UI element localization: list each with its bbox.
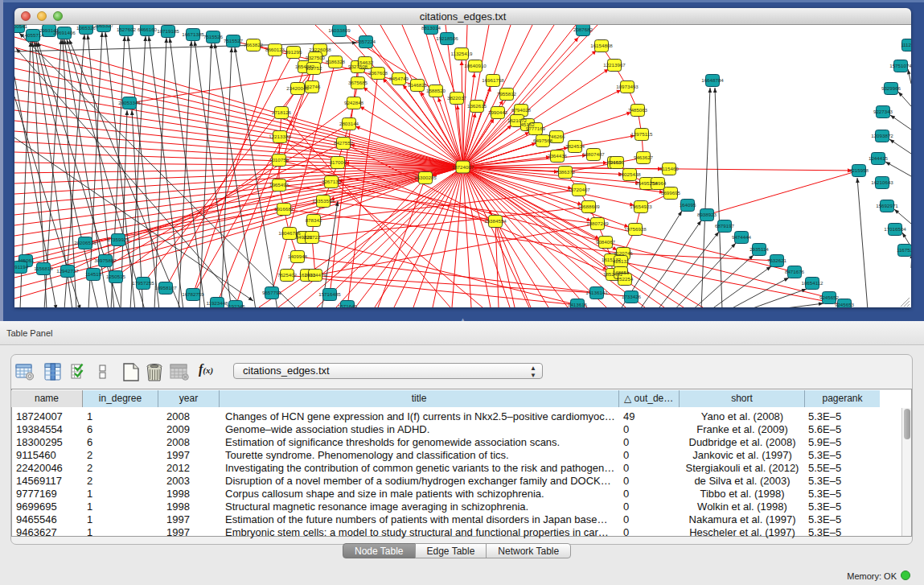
svg-text:1156819: 1156819: [34, 266, 53, 271]
svg-text:2935114: 2935114: [749, 246, 769, 252]
svg-text:878342: 878342: [306, 217, 322, 223]
svg-text:19654923: 19654923: [630, 204, 652, 209]
svg-text:20691406: 20691406: [53, 30, 76, 35]
svg-text:12213383: 12213383: [269, 134, 291, 139]
svg-text:7386372: 7386372: [556, 169, 576, 175]
svg-text:154632: 154632: [357, 60, 374, 65]
svg-text:25300285: 25300285: [414, 175, 437, 180]
svg-text:14136141: 14136141: [585, 290, 608, 295]
svg-text:9245653: 9245653: [835, 302, 855, 307]
svg-text:9329966: 9329966: [881, 85, 901, 91]
svg-text:12093872: 12093872: [871, 133, 893, 138]
svg-text:6497568: 6497568: [533, 138, 553, 143]
svg-text:2718126: 2718126: [272, 109, 292, 115]
svg-text:16648784: 16648784: [701, 77, 724, 83]
svg-text:2087682: 2087682: [573, 27, 593, 32]
svg-text:1965493: 1965493: [269, 182, 290, 187]
svg-text:148651: 148651: [613, 270, 630, 275]
svg-text:1362615: 1362615: [467, 103, 487, 109]
svg-text:1588520: 1588520: [426, 88, 446, 93]
svg-text:3267130: 3267130: [322, 179, 342, 184]
svg-text:12213967: 12213967: [603, 62, 626, 68]
svg-text:16154808: 16154808: [590, 43, 613, 48]
svg-text:8813014: 8813014: [421, 25, 441, 31]
svg-text:8186328: 8186328: [326, 59, 346, 64]
svg-text:10973493: 10973493: [616, 84, 639, 89]
svg-text:11923448: 11923448: [206, 300, 228, 306]
svg-text:6466160: 6466160: [138, 27, 158, 32]
svg-text:7485063: 7485063: [628, 107, 648, 113]
svg-text:94636: 94636: [610, 159, 624, 165]
svg-text:12975115: 12975115: [630, 131, 653, 137]
svg-text:9777169: 9777169: [526, 126, 546, 131]
svg-text:11325419: 11325419: [450, 51, 473, 56]
svg-text:17359924: 17359924: [107, 237, 129, 242]
svg-text:10719185: 10719185: [157, 28, 179, 34]
svg-text:3824534: 3824534: [565, 143, 585, 149]
svg-text:18724007: 18724007: [452, 164, 474, 170]
svg-text:30975887: 30975887: [94, 257, 117, 263]
svg-text:8215958: 8215958: [849, 167, 869, 173]
svg-text:14055714: 14055714: [22, 32, 44, 38]
svg-text:1733426: 1733426: [622, 294, 642, 299]
svg-text:7625402: 7625402: [277, 272, 298, 278]
svg-text:2367608: 2367608: [368, 70, 388, 76]
svg-text:18640910: 18640910: [464, 63, 487, 68]
svg-text:116753: 116753: [897, 247, 911, 253]
svg-text:252254: 252254: [617, 276, 634, 282]
svg-text:415132: 415132: [613, 258, 630, 264]
svg-text:15716485: 15716485: [318, 291, 341, 297]
svg-text:10807487: 10807487: [582, 151, 605, 157]
svg-text:18807249: 18807249: [586, 220, 609, 226]
svg-text:111254: 111254: [901, 42, 911, 47]
svg-text:7515527: 7515527: [224, 38, 244, 43]
svg-text:8471676: 8471676: [785, 269, 805, 274]
svg-text:1120746: 1120746: [614, 250, 633, 256]
svg-text:16671385: 16671385: [182, 31, 204, 37]
svg-text:16782759: 16782759: [182, 291, 204, 297]
svg-text:17957255: 17957255: [132, 280, 154, 286]
svg-text:1990443: 1990443: [488, 109, 508, 115]
svg-text:7357224: 7357224: [356, 39, 376, 44]
svg-text:932752: 932752: [306, 65, 322, 71]
svg-text:9242848: 9242848: [344, 100, 364, 105]
svg-text:1244415: 1244415: [869, 155, 889, 161]
svg-text:9084067: 9084067: [596, 239, 616, 245]
svg-text:114519: 114519: [85, 271, 102, 277]
svg-text:9146821: 9146821: [408, 82, 428, 88]
svg-text:19756928: 19756928: [624, 226, 647, 232]
svg-text:17016504: 17016504: [884, 226, 906, 232]
svg-text:891295: 891295: [285, 49, 302, 55]
svg-text:16210643: 16210643: [871, 179, 893, 185]
svg-text:1065326: 1065326: [76, 25, 97, 31]
svg-text:16033809: 16033809: [328, 27, 351, 33]
svg-text:3675685: 3675685: [348, 80, 368, 85]
svg-text:0699695: 0699695: [661, 190, 681, 196]
svg-text:20053346: 20053346: [118, 100, 141, 105]
svg-text:8454749: 8454749: [389, 76, 409, 81]
svg-text:8100541: 8100541: [14, 25, 28, 29]
svg-text:9657791: 9657791: [262, 290, 282, 295]
svg-text:9327500: 9327500: [306, 55, 326, 60]
svg-text:1409948: 1409948: [288, 253, 308, 259]
svg-text:13353594: 13353594: [312, 198, 335, 204]
svg-text:1250515: 1250515: [106, 274, 126, 279]
svg-text:7632621: 7632621: [767, 257, 787, 263]
svg-text:7515526: 7515526: [203, 34, 224, 39]
svg-text:2364436: 2364436: [548, 153, 568, 159]
svg-text:1065327: 1065327: [94, 25, 114, 28]
svg-text:1010755: 1010755: [269, 157, 290, 163]
svg-text:391194: 391194: [14, 264, 29, 270]
svg-text:16961758: 16961758: [482, 77, 504, 83]
svg-text:1413615: 1413615: [568, 302, 588, 307]
svg-text:9474444: 9474444: [732, 234, 752, 240]
svg-text:9245652: 9245652: [819, 295, 840, 300]
svg-text:8660123: 8660123: [265, 47, 285, 52]
svg-text:15692971: 15692971: [876, 203, 898, 208]
svg-text:9115460: 9115460: [659, 166, 679, 171]
svg-text:10025438: 10025438: [618, 171, 641, 177]
svg-text:7955812: 7955812: [497, 91, 517, 97]
svg-text:317004: 317004: [330, 159, 347, 165]
svg-text:445061: 445061: [18, 257, 35, 263]
svg-text:8938923: 8938923: [697, 212, 717, 217]
